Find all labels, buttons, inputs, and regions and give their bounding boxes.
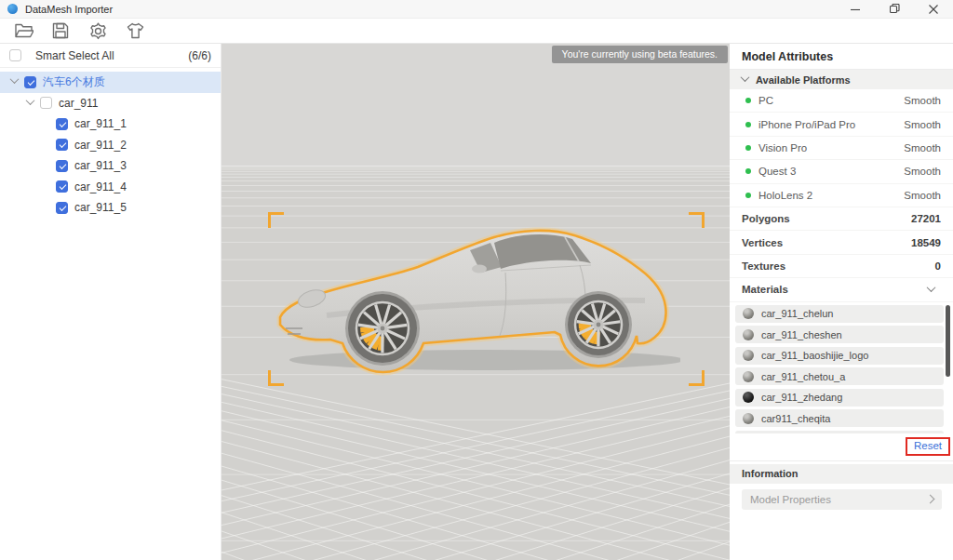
tree-item-label: car_911_1 xyxy=(74,117,127,130)
tree-item[interactable]: car_911_1 xyxy=(0,113,221,135)
stat-value: 18549 xyxy=(911,237,941,248)
tree-item[interactable]: car_911_4 xyxy=(0,177,221,198)
material-item[interactable]: car_911_cheshen xyxy=(735,326,944,343)
available-platforms-header[interactable]: Available Platforms xyxy=(730,70,953,89)
model-properties-label: Model Properties xyxy=(750,494,831,505)
tree-item[interactable]: car_911_5 xyxy=(0,197,221,219)
tree-item[interactable]: car_911_2 xyxy=(0,135,221,156)
material-item[interactable]: car_911_chetou_a xyxy=(735,367,944,385)
tree-item[interactable]: car_911_3 xyxy=(0,155,221,177)
status-dot xyxy=(745,193,751,198)
material-name: car_911_cheshen xyxy=(761,329,842,340)
open-file-icon xyxy=(14,22,34,39)
restore-button[interactable] xyxy=(875,0,914,18)
reset-button[interactable]: Reset xyxy=(914,440,942,451)
titlebar: DataMesh Importer xyxy=(0,0,953,19)
material-name: car911_cheqita xyxy=(761,413,830,424)
toolbar xyxy=(0,19,953,44)
tree-checkbox[interactable] xyxy=(56,118,68,130)
material-item[interactable]: car_911_baoshijie_logo xyxy=(735,347,944,365)
platform-row: Quest 3Smooth xyxy=(730,160,953,183)
platform-name: Quest 3 xyxy=(758,166,796,177)
car-model[interactable] xyxy=(271,220,680,383)
reset-highlight-annotation: Reset xyxy=(906,437,950,456)
information-header[interactable]: Information xyxy=(730,464,953,484)
stat-row[interactable]: Materials xyxy=(730,278,953,301)
stat-value: 0 xyxy=(935,260,941,272)
window-controls xyxy=(836,0,953,18)
platform-name: HoloLens 2 xyxy=(758,190,812,201)
window-title: DataMesh Importer xyxy=(25,4,113,15)
settings-gear-icon xyxy=(89,22,107,40)
model-properties-row[interactable]: Model Properties xyxy=(742,489,942,510)
tree-checkbox[interactable] xyxy=(56,180,68,193)
stat-label: Vertices xyxy=(742,237,783,248)
material-name: car_911_chetou_a xyxy=(761,371,845,382)
tree-item-label: car_911_5 xyxy=(74,201,127,214)
smart-select-all-checkbox[interactable] xyxy=(9,49,21,61)
settings-button[interactable] xyxy=(86,20,110,41)
material-sphere-icon xyxy=(743,392,754,403)
tree-item[interactable]: 汽车6个材质 xyxy=(0,72,221,93)
stat-row: Textures0 xyxy=(730,255,953,278)
materials-list: car_911_cheluncar_911_cheshencar_911_bao… xyxy=(730,302,953,433)
minimize-button[interactable] xyxy=(836,0,875,18)
app-logo-icon xyxy=(7,4,18,14)
restore-icon xyxy=(890,4,900,14)
stats-list: Polygons27201Vertices18549Textures0Mater… xyxy=(730,207,953,302)
platform-name: iPhone Pro/iPad Pro xyxy=(758,119,855,130)
platform-row: HoloLens 2Smooth xyxy=(730,184,953,207)
platform-name: Vision Pro xyxy=(758,142,807,153)
chevron-down-icon[interactable] xyxy=(26,96,35,105)
tree-item-label: car_911_3 xyxy=(74,159,127,172)
stat-row: Vertices18549 xyxy=(730,231,953,254)
information-label: Information xyxy=(742,468,799,479)
beta-banner: You're currently using beta features. xyxy=(552,46,728,63)
smart-select-all-label: Smart Select All xyxy=(35,49,114,62)
stat-label: Materials xyxy=(742,284,788,295)
tree-item-label: 汽车6个材质 xyxy=(43,74,105,90)
selection-bracket-top-left xyxy=(268,212,284,228)
chevron-down-icon xyxy=(741,73,750,82)
material-item[interactable]: car911_cheqita xyxy=(735,409,944,427)
tree-checkbox[interactable] xyxy=(56,160,68,172)
materials-scrollbar[interactable] xyxy=(946,305,950,377)
platform-name: PC xyxy=(758,95,773,106)
viewport-3d[interactable]: You're currently using beta features. xyxy=(221,44,730,560)
chevron-right-icon xyxy=(926,495,935,504)
material-sphere-icon xyxy=(743,371,754,382)
sidebar-tree: 汽车6个材质car_911car_911_1car_911_2car_911_3… xyxy=(0,68,221,219)
available-platforms-label: Available Platforms xyxy=(756,74,851,86)
chevron-down-icon xyxy=(927,283,936,292)
clothes-button[interactable] xyxy=(123,20,147,41)
open-file-button[interactable] xyxy=(11,20,35,41)
save-button[interactable] xyxy=(48,20,73,41)
material-item[interactable]: car_911_chelun xyxy=(735,305,944,323)
app-window: DataMesh Importer xyxy=(0,0,953,560)
platform-status: Smooth xyxy=(904,142,941,153)
tree-item-label: car_911_2 xyxy=(74,139,127,152)
reset-row: Reset xyxy=(730,433,953,461)
stat-value: 27201 xyxy=(911,213,941,224)
material-sphere-icon xyxy=(743,329,754,340)
status-dot xyxy=(745,168,751,174)
selection-count: (6/6) xyxy=(188,49,211,62)
platform-row: iPhone Pro/iPad ProSmooth xyxy=(730,113,953,136)
tree-checkbox[interactable] xyxy=(56,202,68,214)
platform-row: PCSmooth xyxy=(730,89,953,113)
tree-checkbox[interactable] xyxy=(40,97,52,109)
tree-checkbox[interactable] xyxy=(24,76,36,88)
close-button[interactable] xyxy=(914,0,953,18)
material-sphere-icon xyxy=(743,350,754,361)
material-item[interactable]: car_911_zhedang xyxy=(735,389,944,407)
tree-checkbox[interactable] xyxy=(56,139,68,151)
tree-item[interactable]: car_911 xyxy=(0,93,221,114)
chevron-down-icon[interactable] xyxy=(10,74,20,84)
material-sphere-icon xyxy=(743,413,754,424)
panel-title: Model Attributes xyxy=(730,44,953,70)
platform-row: Vision ProSmooth xyxy=(730,137,953,160)
platform-status: Smooth xyxy=(904,119,941,130)
material-name: car_911_chelun xyxy=(761,308,833,319)
save-icon xyxy=(52,22,69,39)
smart-select-all-row: Smart Select All (6/6) xyxy=(0,44,221,68)
